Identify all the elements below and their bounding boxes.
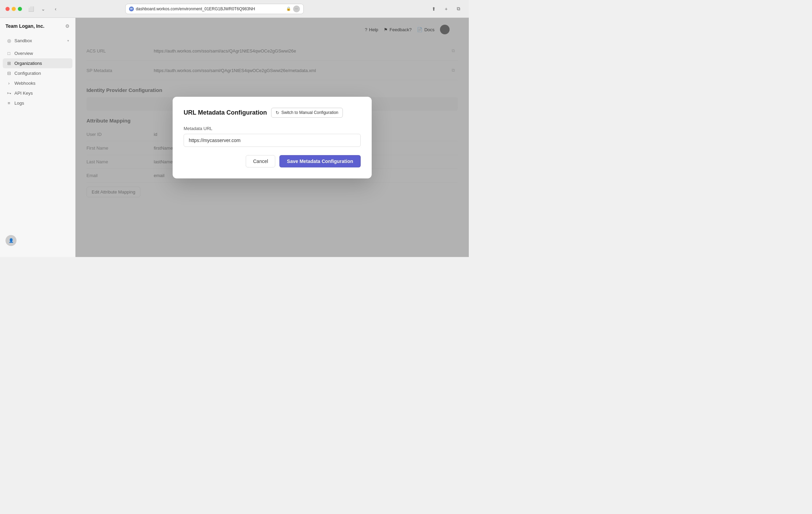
- browser-right-controls: ⬆ + ⧉: [429, 4, 463, 14]
- switch-to-manual-button[interactable]: ↻ Switch to Manual Configuration: [271, 108, 343, 118]
- sidebar-item-label: Configuration: [14, 71, 41, 76]
- modal-title: URL Metadata Configuration: [184, 109, 267, 116]
- avatar[interactable]: 👤: [5, 235, 16, 246]
- sidebar-item-api-keys[interactable]: 🗝 API Keys: [3, 88, 72, 98]
- save-metadata-button[interactable]: Save Metadata Configuration: [279, 155, 361, 167]
- fullscreen-traffic-light[interactable]: [18, 7, 22, 11]
- dropdown-arrow-icon: ▾: [67, 39, 69, 43]
- overview-icon: □: [6, 51, 12, 56]
- organizations-icon: ⊞: [6, 61, 12, 66]
- address-text: dashboard.workos.com/environment_01ERG1B…: [136, 7, 284, 11]
- modal-overlay[interactable]: URL Metadata Configuration ↻ Switch to M…: [76, 18, 469, 257]
- sidebar-footer: 👤: [0, 230, 75, 252]
- app-container: Team Logan, Inc. ⚙ ◎ Sandbox ▾ □ Overvie…: [0, 18, 469, 257]
- sidebar-item-configuration[interactable]: ⊟ Configuration: [3, 68, 72, 78]
- modal-actions: Cancel Save Metadata Configuration: [184, 155, 361, 167]
- address-bar[interactable]: W dashboard.workos.com/environment_01ERG…: [125, 4, 304, 14]
- sidebar-item-label: Overview: [14, 51, 33, 56]
- nav-section: □ Overview ⊞ Organizations ⊟ Configurati…: [0, 47, 75, 109]
- sidebar-item-webhooks[interactable]: › Webhooks: [3, 78, 72, 88]
- lock-icon: 🔒: [286, 7, 291, 11]
- environment-label: Sandbox: [14, 38, 32, 43]
- share-button[interactable]: ⬆: [429, 4, 439, 14]
- metadata-url-form-group: Metadata URL: [184, 126, 361, 147]
- environment-icon: ◎: [6, 38, 12, 43]
- webhooks-icon: ›: [6, 81, 12, 86]
- cancel-button[interactable]: Cancel: [246, 155, 275, 167]
- traffic-lights: [5, 7, 22, 11]
- sidebar: Team Logan, Inc. ⚙ ◎ Sandbox ▾ □ Overvie…: [0, 18, 76, 257]
- configuration-icon: ⊟: [6, 71, 12, 76]
- site-icon: W: [129, 7, 134, 11]
- sidebar-header: Team Logan, Inc. ⚙: [0, 23, 75, 34]
- tab-overview-button[interactable]: ⧉: [454, 4, 463, 14]
- environment-section: ◎ Sandbox ▾: [0, 34, 75, 47]
- metadata-url-label: Metadata URL: [184, 126, 361, 131]
- sidebar-item-label: API Keys: [14, 91, 33, 96]
- metadata-url-input[interactable]: [184, 134, 361, 147]
- sidebar-item-logs[interactable]: ≡ Logs: [3, 98, 72, 108]
- browser-nav-controls: ⬜ ⌄ ‹: [26, 4, 60, 14]
- switch-button-label: Switch to Manual Configuration: [281, 110, 338, 115]
- sidebar-toggle-button[interactable]: ⬜: [26, 4, 36, 14]
- switch-icon: ↻: [276, 110, 279, 115]
- back-button[interactable]: ‹: [51, 4, 60, 14]
- gear-icon[interactable]: ⚙: [65, 23, 70, 29]
- close-traffic-light[interactable]: [5, 7, 10, 11]
- browser-chrome: ⬜ ⌄ ‹ W dashboard.workos.com/environment…: [0, 0, 469, 18]
- sidebar-item-organizations[interactable]: ⊞ Organizations: [3, 58, 72, 68]
- url-metadata-modal: URL Metadata Configuration ↻ Switch to M…: [173, 97, 372, 178]
- new-tab-button[interactable]: +: [441, 4, 451, 14]
- sidebar-item-label: Logs: [14, 101, 24, 106]
- sidebar-item-overview[interactable]: □ Overview: [3, 48, 72, 58]
- sidebar-item-label: Organizations: [14, 61, 42, 66]
- modal-header: URL Metadata Configuration ↻ Switch to M…: [184, 108, 361, 118]
- main-content: ? Help ⚑ Feedback? 📄 Docs ACS URL https:…: [76, 18, 469, 257]
- company-name: Team Logan, Inc.: [5, 23, 44, 29]
- api-keys-icon: 🗝: [6, 91, 12, 96]
- environment-dropdown[interactable]: ◎ Sandbox ▾: [3, 36, 72, 46]
- chevron-down-icon[interactable]: ⌄: [38, 4, 48, 14]
- more-button[interactable]: ···: [293, 5, 300, 12]
- sidebar-item-label: Webhooks: [14, 81, 35, 86]
- logs-icon: ≡: [6, 101, 12, 106]
- minimize-traffic-light[interactable]: [12, 7, 16, 11]
